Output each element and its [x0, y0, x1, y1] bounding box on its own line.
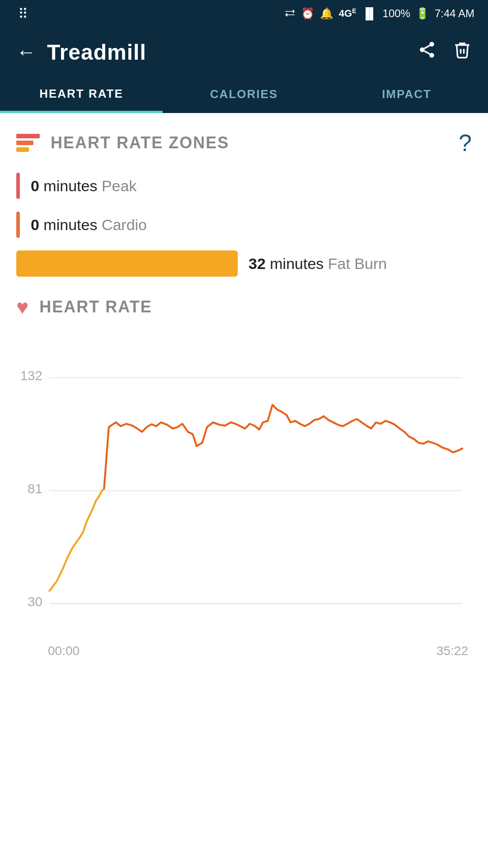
zones-list: 0 minutes Peak 0 minutes Cardio 32 minut… [16, 173, 472, 277]
zone-item-cardio: 0 minutes Cardio [16, 212, 472, 238]
heart-rate-section-header: ♥ HEART RATE [16, 295, 472, 319]
x-label-start: 00:00 [48, 644, 80, 658]
content-area: HEART RATE ZONES ? 0 minutes Peak 0 minu… [0, 113, 488, 658]
zone-indicator-peak [16, 173, 20, 199]
heart-icon: ♥ [16, 295, 28, 319]
signal-icon: ▐▌ [362, 7, 377, 20]
battery-label: 100% [383, 7, 410, 20]
y-label-81: 81 [28, 481, 42, 496]
alarm2-icon: 🔔 [320, 7, 333, 20]
svg-point-2 [429, 53, 434, 58]
bluetooth-icon: ⮂ [285, 7, 296, 20]
tabs-bar: HEART RATE CALORIES IMPACT [0, 77, 488, 113]
chart-x-labels: 00:00 35:22 [16, 640, 472, 658]
heart-rate-line [50, 489, 104, 591]
help-button[interactable]: ? [459, 129, 472, 156]
zones-section-title: HEART RATE ZONES [51, 133, 229, 152]
y-label-30: 30 [28, 594, 42, 609]
zone-indicator-cardio [16, 212, 20, 238]
heart-rate-chart: 132 81 30 [16, 333, 472, 640]
page-title: Treadmill [47, 40, 407, 65]
status-icons: ⮂ ⏰ 🔔 4GE ▐▌ 100% 🔋 7:44 AM [285, 7, 474, 20]
status-bar: ⠿ ⮂ ⏰ 🔔 4GE ▐▌ 100% 🔋 7:44 AM [0, 0, 488, 27]
zones-section-header: HEART RATE ZONES ? [16, 129, 472, 156]
zone-item-fatburn: 32 minutes Fat Burn [16, 250, 472, 277]
chart-svg: 132 81 30 [16, 333, 472, 640]
header-actions [418, 40, 472, 64]
svg-point-0 [429, 42, 434, 47]
network-icon: 4GE [339, 7, 357, 19]
battery-icon: 🔋 [416, 7, 429, 20]
zone-text-fatburn: 32 minutes Fat Burn [249, 255, 387, 273]
svg-point-1 [420, 47, 425, 52]
zones-icon [16, 132, 40, 153]
zones-section-left: HEART RATE ZONES [16, 132, 229, 153]
zone-bar-fatburn [16, 250, 238, 277]
zone-item-peak: 0 minutes Peak [16, 173, 472, 199]
heart-rate-line-2 [104, 405, 462, 489]
heart-rate-section-title: HEART RATE [39, 297, 152, 316]
tab-impact[interactable]: IMPACT [325, 77, 488, 113]
time-label: 7:44 AM [435, 7, 474, 20]
back-button[interactable]: ← [16, 41, 36, 63]
tab-heart-rate[interactable]: HEART RATE [0, 77, 163, 113]
header: ← Treadmill [0, 27, 488, 77]
svg-line-3 [424, 51, 430, 54]
delete-button[interactable] [453, 40, 472, 64]
y-label-132: 132 [20, 368, 42, 383]
alarm-icon: ⏰ [301, 7, 314, 20]
svg-line-4 [424, 45, 430, 48]
app-icon: ⠿ [18, 6, 28, 21]
x-label-end: 35:22 [436, 644, 468, 658]
share-button[interactable] [418, 40, 436, 64]
tab-calories[interactable]: CALORIES [163, 77, 325, 113]
status-bar-left: ⠿ [18, 6, 28, 22]
zone-text-cardio: 0 minutes Cardio [31, 216, 147, 234]
zone-text-peak: 0 minutes Peak [31, 177, 136, 195]
